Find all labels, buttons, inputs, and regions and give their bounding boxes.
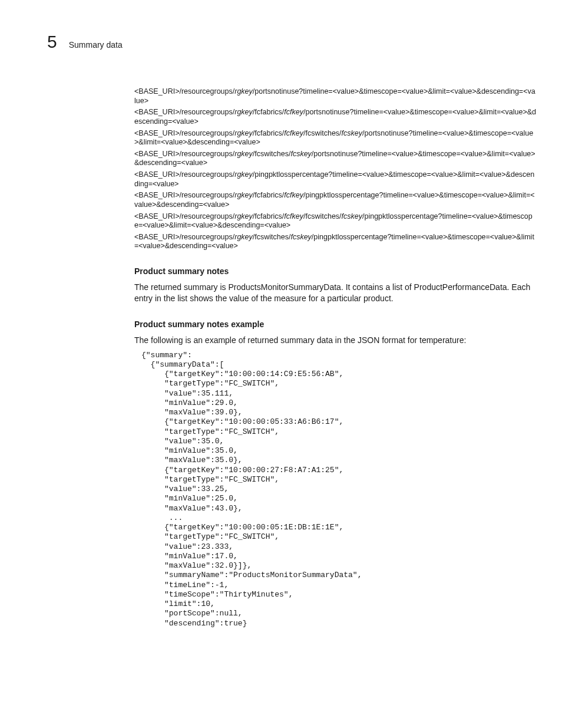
product-summary-notes-heading: Product summary notes [134,266,536,276]
page-title: Summary data [69,40,123,50]
product-summary-notes-example-heading: Product summary notes example [134,319,536,329]
uri-line: <BASE_URI>/resourcegroups/rgkey/fcfabric… [134,108,536,126]
chapter-number: 5 [47,33,57,51]
uri-line: <BASE_URI>/resourcegroups/rgkey/fcfabric… [134,191,536,209]
product-summary-notes-body: The returned summary is ProductsMonitorS… [134,282,536,304]
uri-line: <BASE_URI>/resourcegroups/rgkey/portsnot… [134,87,536,106]
page-header: 5 Summary data [47,33,521,51]
content-column: <BASE_URI>/resourcegroups/rgkey/portsnot… [134,87,536,628]
uri-list: <BASE_URI>/resourcegroups/rgkey/portsnot… [134,87,536,251]
uri-line: <BASE_URI>/resourcegroups/rgkey/fcswitch… [134,150,536,168]
uri-line: <BASE_URI>/resourcegroups/rgkey/fcfabric… [134,212,536,230]
page: 5 Summary data <BASE_URI>/resourcegroups… [0,0,562,728]
product-summary-notes-example-intro: The following is an example of returned … [134,335,536,346]
uri-line: <BASE_URI>/resourcegroups/rgkey/fcfabric… [134,129,536,147]
json-example-code: {"summary": {"summaryData":[ {"targetKey… [141,351,536,628]
uri-line: <BASE_URI>/resourcegroups/rgkey/fcswitch… [134,233,536,251]
uri-line: <BASE_URI>/resourcegroups/rgkey/pingpktl… [134,170,536,189]
